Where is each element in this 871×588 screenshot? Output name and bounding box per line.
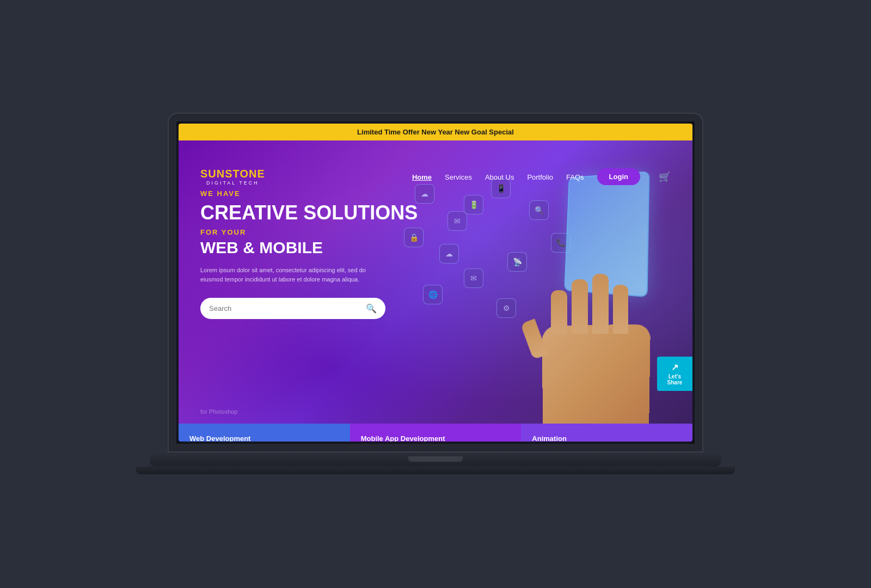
nav-links: Home Services About Us Portfolio FAQs Lo… xyxy=(412,168,671,185)
laptop-mockup: Limited Time Offer New Year New Goal Spe… xyxy=(136,114,735,474)
share-label: Let's Share xyxy=(667,373,683,385)
hero-title: CREATIVE SOLUTIONS xyxy=(200,202,418,224)
service-label-web: Web Development xyxy=(189,434,250,442)
service-label-mobile: Mobile App Development xyxy=(361,434,445,442)
service-card-animation[interactable]: Animation xyxy=(521,424,692,442)
finger-4 xyxy=(613,285,628,334)
hero-description: Lorem ipsum dolor sit amet, consectetur … xyxy=(200,266,375,285)
search-icon: 🔍 xyxy=(366,304,377,313)
laptop-screen-frame: Limited Time Offer New Year New Goal Spe… xyxy=(169,114,702,451)
service-card-mobile[interactable]: Mobile App Development xyxy=(350,424,522,442)
hero-title2: WEB & MOBILE xyxy=(200,238,418,257)
hand-palm xyxy=(542,324,651,424)
cart-icon[interactable]: 🛒 xyxy=(659,171,671,182)
laptop-base xyxy=(150,451,721,467)
hand-shape xyxy=(524,260,676,424)
nav-link-faqs[interactable]: FAQs xyxy=(566,173,584,181)
hero-section: SUNSTONE DIGITAL TECH Home Services Abou… xyxy=(179,140,692,424)
watermark-text: for Photoshop xyxy=(200,408,238,415)
brand-name: SUNSTONE xyxy=(200,168,265,180)
nav-item-services[interactable]: Services xyxy=(445,172,472,182)
finger-1 xyxy=(551,290,567,334)
nav-item-faqs[interactable]: FAQs xyxy=(566,172,584,182)
search-bar: 🔍 xyxy=(200,298,385,319)
service-label-animation: Animation xyxy=(532,434,567,442)
brand-subtitle: DIGITAL TECH xyxy=(200,180,265,186)
services-row: Web Development Mobile App Development A… xyxy=(179,424,692,442)
banner-text: Limited Time Offer New Year New Goal Spe… xyxy=(357,128,514,136)
screen-inner: Limited Time Offer New Year New Goal Spe… xyxy=(179,124,692,442)
hinge-notch xyxy=(408,456,463,462)
nav-link-home[interactable]: Home xyxy=(412,173,432,181)
hero-content: WE HAVE CREATIVE SOLUTIONS FOR YOUR WEB … xyxy=(200,189,418,319)
nav-item-cart[interactable]: 🛒 xyxy=(653,171,671,183)
nav-link-portfolio[interactable]: Portfolio xyxy=(527,173,553,181)
nav-item-login[interactable]: Login xyxy=(597,168,640,185)
website-content: Limited Time Offer New Year New Goal Spe… xyxy=(179,124,692,442)
login-button[interactable]: Login xyxy=(597,168,640,185)
brand-logo: SUNSTONE DIGITAL TECH xyxy=(200,168,265,186)
navbar: SUNSTONE DIGITAL TECH Home Services Abou… xyxy=(179,160,692,193)
search-button[interactable]: 🔍 xyxy=(366,303,377,314)
search-input[interactable] xyxy=(209,304,360,313)
share-button[interactable]: ↗ Let's Share xyxy=(657,357,692,391)
share-icon: ↗ xyxy=(664,362,686,372)
service-card-web[interactable]: Web Development xyxy=(179,424,350,442)
nav-link-about[interactable]: About Us xyxy=(485,173,514,181)
hero-for-label: FOR YOUR xyxy=(200,228,418,236)
nav-link-services[interactable]: Services xyxy=(445,173,472,181)
nav-item-home[interactable]: Home xyxy=(412,172,432,182)
finger-3 xyxy=(592,274,609,334)
top-banner: Limited Time Offer New Year New Goal Spe… xyxy=(179,124,692,140)
laptop-base-bottom xyxy=(136,467,735,474)
nav-item-portfolio[interactable]: Portfolio xyxy=(527,172,553,182)
nav-item-about[interactable]: About Us xyxy=(485,172,514,182)
finger-2 xyxy=(572,279,588,334)
